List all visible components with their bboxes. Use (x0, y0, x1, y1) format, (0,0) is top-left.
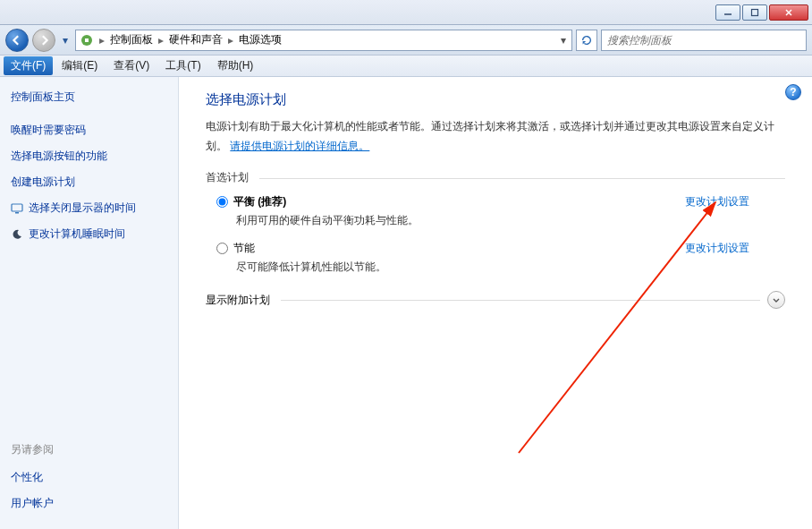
svg-rect-1 (752, 9, 758, 15)
chevron-down-icon[interactable] (767, 291, 785, 309)
sidebar-link-wake-password[interactable]: 唤醒时需要密码 (11, 123, 167, 138)
address-bar-row: ▾ ▸ 控制面板 ▸ 硬件和声音 ▸ 电源选项 ▾ (0, 25, 812, 55)
window-buttons (715, 4, 808, 21)
sidebar-extra-user-accounts[interactable]: 用户帐户 (11, 496, 167, 511)
address-box[interactable]: ▸ 控制面板 ▸ 硬件和声音 ▸ 电源选项 ▾ (75, 30, 572, 51)
menu-file[interactable]: 文件(F) (4, 56, 53, 75)
back-button[interactable] (5, 29, 29, 52)
svg-rect-5 (85, 38, 89, 42)
search-input[interactable] (607, 34, 800, 47)
sidebar-link-power-button[interactable]: 选择电源按钮的功能 (11, 149, 167, 164)
minimize-button[interactable] (715, 4, 740, 21)
svg-rect-6 (12, 204, 22, 211)
maximize-button[interactable] (742, 4, 767, 21)
control-panel-icon (80, 33, 94, 47)
menu-view[interactable]: 查看(V) (106, 56, 156, 75)
menu-tools[interactable]: 工具(T) (158, 56, 207, 75)
sidebar-link-display-off[interactable]: 选择关闭显示器的时间 (11, 201, 167, 216)
plan-desc: 利用可用的硬件自动平衡功耗与性能。 (236, 213, 685, 228)
change-plan-settings-link[interactable]: 更改计划设置 (685, 194, 749, 209)
plan-name[interactable]: 平衡 (推荐) (233, 194, 286, 209)
sidebar-link-create-plan[interactable]: 创建电源计划 (11, 175, 167, 190)
see-also-label: 另请参阅 (11, 442, 167, 457)
plan-radio-saver[interactable] (216, 243, 228, 254)
plan-name[interactable]: 节能 (233, 241, 255, 256)
nav-history-dropdown[interactable]: ▾ (59, 31, 72, 49)
change-plan-settings-link[interactable]: 更改计划设置 (685, 241, 749, 256)
expander-label: 显示附加计划 (206, 293, 275, 308)
additional-plans-expander[interactable]: 显示附加计划 (206, 291, 785, 309)
sidebar-extra-personalize[interactable]: 个性化 (11, 470, 167, 485)
content-pane: ? 选择电源计划 电源计划有助于最大化计算机的性能或者节能。通过选择计划来将其激… (179, 77, 812, 529)
sidebar-home-link[interactable]: 控制面板主页 (11, 90, 167, 105)
plan-details-link[interactable]: 请提供电源计划的详细信息。 (230, 140, 369, 152)
menu-help[interactable]: 帮助(H) (210, 56, 261, 75)
page-description: 电源计划有助于最大化计算机的性能或者节能。通过选择计划来将其激活，或选择计划并通… (206, 117, 785, 156)
chevron-right-icon[interactable]: ▸ (228, 34, 233, 47)
svg-line-8 (519, 202, 715, 453)
breadcrumb-seg[interactable]: 控制面板 (110, 32, 153, 47)
forward-button[interactable] (32, 29, 55, 52)
search-box[interactable] (601, 30, 807, 51)
chevron-right-icon[interactable]: ▸ (99, 34, 105, 47)
body-area: 控制面板主页 唤醒时需要密码 选择电源按钮的功能 创建电源计划 选择关闭显示器的… (0, 77, 812, 529)
refresh-button[interactable] (576, 30, 597, 51)
sidebar-link-sleep-time[interactable]: 更改计算机睡眠时间 (11, 226, 167, 242)
monitor-icon (11, 202, 23, 215)
preferred-plans-label: 首选计划 (206, 170, 785, 185)
sidebar: 控制面板主页 唤醒时需要密码 选择电源按钮的功能 创建电源计划 选择关闭显示器的… (0, 77, 179, 529)
help-button[interactable]: ? (785, 84, 801, 100)
moon-icon (11, 228, 23, 241)
menu-edit[interactable]: 编辑(E) (55, 56, 105, 75)
plan-row-saver: 节能 尽可能降低计算机性能以节能。 更改计划设置 (216, 241, 785, 275)
plan-desc: 尽可能降低计算机性能以节能。 (236, 260, 685, 275)
address-dropdown-icon[interactable]: ▾ (559, 34, 568, 47)
menu-bar: 文件(F) 编辑(E) 查看(V) 工具(T) 帮助(H) (0, 55, 812, 77)
breadcrumb-seg[interactable]: 硬件和声音 (169, 32, 223, 47)
plan-radio-balanced[interactable] (216, 196, 228, 208)
close-button[interactable] (769, 4, 808, 21)
breadcrumb-seg[interactable]: 电源选项 (239, 32, 282, 47)
chevron-right-icon[interactable]: ▸ (158, 34, 164, 47)
svg-rect-7 (15, 212, 19, 214)
plan-row-balanced: 平衡 (推荐) 利用可用的硬件自动平衡功耗与性能。 更改计划设置 (216, 194, 785, 228)
window-titlebar (0, 0, 812, 25)
page-title: 选择电源计划 (206, 91, 785, 108)
